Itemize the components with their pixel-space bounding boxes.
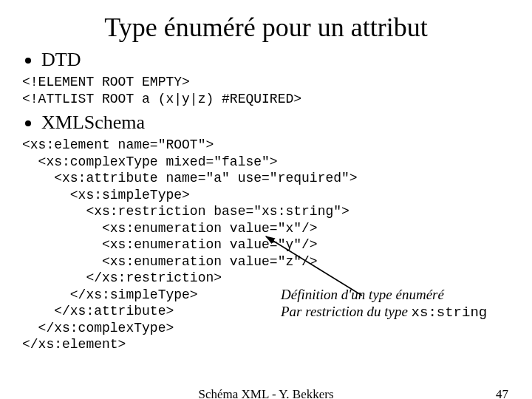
xsd-line-11: </xs:complexType>: [22, 321, 174, 335]
slide: Type énuméré pour un attribut DTD <!ELEM…: [0, 0, 532, 399]
xsd-line-12: </xs:element>: [22, 337, 126, 352]
xsd-line-8: </xs:restriction>: [22, 270, 222, 285]
footer-page-number: 47: [496, 387, 508, 399]
annotation: Définition d'un type énuméré Par restric…: [281, 287, 502, 321]
xsd-line-6: <xs:enumeration value="y"/>: [22, 237, 318, 252]
xsd-line-4: <xs:restriction base="xs:string">: [22, 204, 349, 219]
xsd-line-2: <xs:attribute name="a" use="required">: [22, 171, 358, 185]
xsd-line-9: </xs:simpleType>: [22, 287, 198, 302]
annotation-line2-prefix: Par restriction du type: [281, 304, 412, 319]
xsd-line-0: <xs:element name="ROOT">: [22, 137, 214, 152]
xsd-line-10: </xs:attribute>: [22, 304, 174, 318]
annotation-line2-code: xs:string: [412, 304, 488, 321]
xsd-line-7: <xs:enumeration value="z"/>: [22, 254, 318, 269]
bullet-xmlschema: XMLSchema: [41, 112, 510, 134]
bullet-dtd: DTD: [41, 49, 510, 71]
footer-center: Schéma XML - Y. Bekkers: [0, 387, 532, 399]
annotation-line1: Définition d'un type énuméré: [281, 287, 444, 302]
xsd-line-1: <xs:complexType mixed="false">: [22, 154, 278, 169]
bullet-list-1: DTD: [22, 49, 510, 71]
slide-title: Type énuméré pour un attribut: [22, 12, 510, 43]
dtd-code-block: <!ELEMENT ROOT EMPTY> <!ATTLIST ROOT a (…: [22, 74, 510, 107]
bullet-list-2: XMLSchema: [22, 112, 510, 134]
xsd-line-5: <xs:enumeration value="x"/>: [22, 221, 318, 236]
xsd-line-3: <xs:simpleType>: [22, 188, 190, 202]
